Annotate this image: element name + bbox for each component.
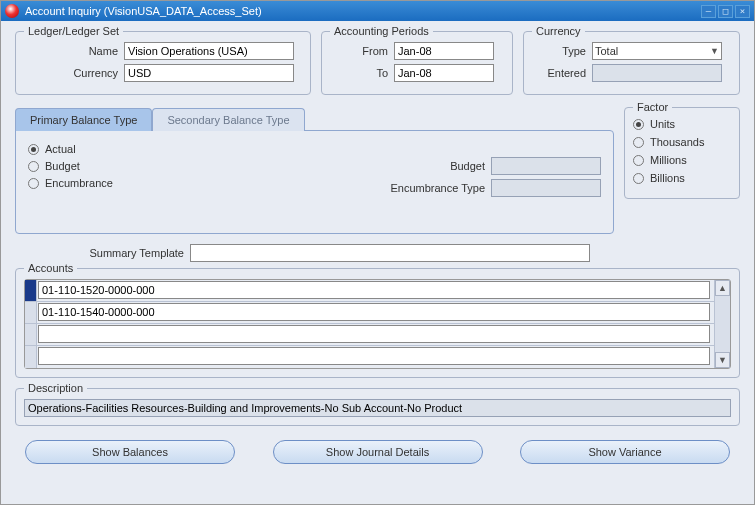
radio-icon [633,173,644,184]
summary-template-input[interactable] [190,244,590,262]
currency-group: Currency Type Total ▼ Entered [523,31,740,95]
budget-label: Budget [450,160,491,172]
scroll-down-icon[interactable]: ▼ [715,352,730,368]
period-to-input[interactable] [394,64,494,82]
close-button[interactable]: × [735,5,750,18]
radio-thousands-label: Thousands [650,136,704,148]
account-input[interactable] [38,325,710,343]
currency-entered-input [592,64,722,82]
periods-group-title: Accounting Periods [330,25,433,37]
ledger-group: Ledger/Ledger Set Name Currency [15,31,311,95]
row-selector-active[interactable] [25,280,37,301]
window-title: Account Inquiry (VisionUSA_DATA_Access_S… [25,5,699,17]
radio-billions-label: Billions [650,172,685,184]
row-selector[interactable] [25,302,37,323]
show-journal-details-button[interactable]: Show Journal Details [273,440,483,464]
balance-type-tabpanel: Primary Balance Type Secondary Balance T… [15,107,614,234]
radio-icon [633,155,644,166]
radio-thousands[interactable]: Thousands [633,136,731,148]
account-input[interactable] [38,281,710,299]
ledger-currency-input[interactable] [124,64,294,82]
scroll-track[interactable] [715,296,730,352]
period-from-input[interactable] [394,42,494,60]
factor-group-title: Factor [633,101,672,113]
account-input[interactable] [38,303,710,321]
encumbrance-type-input [491,179,601,197]
radio-encumbrance-label: Encumbrance [45,177,113,189]
radio-icon [633,119,644,130]
radio-budget-label: Budget [45,160,80,172]
ledger-name-label: Name [24,45,124,57]
radio-millions-label: Millions [650,154,687,166]
content-area: Ledger/Ledger Set Name Currency Accounti… [1,21,754,474]
encumbrance-type-label: Encumbrance Type [390,182,491,194]
budget-input [491,157,601,175]
currency-type-select[interactable]: Total ▼ [592,42,722,60]
radio-billions[interactable]: Billions [633,172,731,184]
chevron-down-icon: ▼ [710,46,719,56]
radio-icon [633,137,644,148]
oracle-logo-icon [5,4,19,18]
account-row[interactable] [25,324,714,346]
ledger-name-input[interactable] [124,42,294,60]
radio-units[interactable]: Units [633,118,731,130]
description-input [24,399,731,417]
radio-icon [28,144,39,155]
radio-actual-label: Actual [45,143,76,155]
factor-group: Factor Units Thousands Millions Billions [624,107,740,199]
radio-budget[interactable]: Budget [28,160,188,172]
ledger-currency-label: Currency [24,67,124,79]
account-row[interactable] [25,280,714,302]
tab-secondary-balance[interactable]: Secondary Balance Type [152,108,304,131]
currency-type-label: Type [532,45,592,57]
radio-units-label: Units [650,118,675,130]
periods-group: Accounting Periods From To [321,31,513,95]
account-row[interactable] [25,346,714,368]
show-balances-button[interactable]: Show Balances [25,440,235,464]
currency-group-title: Currency [532,25,585,37]
radio-icon [28,161,39,172]
tab-primary-balance[interactable]: Primary Balance Type [15,108,152,131]
minimize-button[interactable]: — [701,5,716,18]
description-group: Description [15,388,740,426]
account-inquiry-window: Account Inquiry (VisionUSA_DATA_Access_S… [0,0,755,505]
scroll-up-icon[interactable]: ▲ [715,280,730,296]
ledger-group-title: Ledger/Ledger Set [24,25,123,37]
show-variance-button[interactable]: Show Variance [520,440,730,464]
row-selector[interactable] [25,346,37,368]
summary-template-label: Summary Template [15,247,190,259]
currency-type-value: Total [595,45,618,57]
row-selector[interactable] [25,324,37,345]
radio-icon [28,178,39,189]
period-to-label: To [330,67,394,79]
titlebar: Account Inquiry (VisionUSA_DATA_Access_S… [1,1,754,21]
scrollbar[interactable]: ▲ ▼ [714,280,730,368]
accounts-list: ▲ ▼ [24,279,731,369]
radio-encumbrance[interactable]: Encumbrance [28,177,188,189]
description-group-title: Description [24,382,87,394]
accounts-group-title: Accounts [24,262,77,274]
tab-content: Actual Budget Encumbrance Bu [15,130,614,234]
radio-actual[interactable]: Actual [28,143,188,155]
maximize-button[interactable]: □ [718,5,733,18]
currency-entered-label: Entered [532,67,592,79]
accounts-group: Accounts [15,268,740,378]
radio-millions[interactable]: Millions [633,154,731,166]
account-input[interactable] [38,347,710,365]
account-row[interactable] [25,302,714,324]
period-from-label: From [330,45,394,57]
